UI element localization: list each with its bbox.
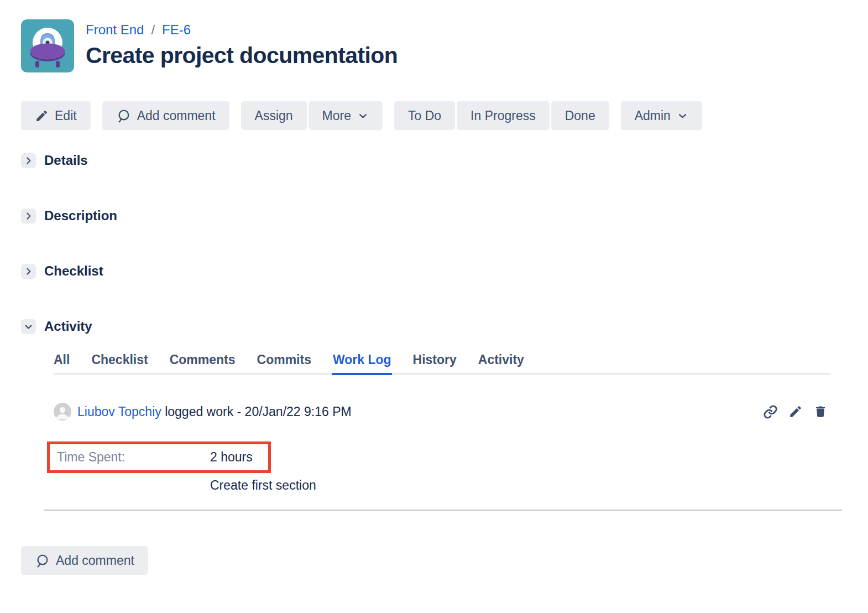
worklog-entry-header: Liubov Topchiy logged work - 20/Jan/22 9… [54, 403, 842, 420]
toolbar: Edit Add comment Assign More To Do In Pr… [21, 101, 868, 130]
breadcrumb: Front End / FE-6 [86, 22, 398, 38]
worklog-divider [44, 510, 842, 511]
breadcrumb-separator: / [151, 22, 155, 38]
in-progress-button[interactable]: In Progress [457, 101, 550, 130]
header-text: Front End / FE-6 Create project document… [86, 19, 398, 72]
done-button-label: Done [565, 108, 595, 123]
admin-dropdown-button[interactable]: Admin [621, 101, 702, 130]
admin-button-label: Admin [635, 108, 671, 123]
status-transition-group: To Do In Progress Done [394, 101, 609, 130]
edit-button[interactable]: Edit [21, 101, 91, 130]
assign-button-label: Assign [255, 108, 293, 123]
activity-section-label: Activity [44, 319, 92, 334]
description-section-label: Description [44, 208, 117, 224]
bottom-comment-area: Add comment [21, 546, 868, 575]
tab-checklist[interactable]: Checklist [91, 352, 148, 367]
add-comment-footer-label: Add comment [56, 553, 134, 568]
done-button[interactable]: Done [551, 101, 609, 130]
worklog-entry-summary: logged work - 20/Jan/22 9:16 PM [165, 404, 352, 419]
page-title: Create project documentation [86, 43, 398, 69]
to-do-button[interactable]: To Do [394, 101, 455, 130]
more-button-label: More [322, 108, 351, 123]
edit-button-label: Edit [55, 108, 77, 123]
chevron-down-icon [357, 110, 369, 122]
tab-all[interactable]: All [54, 352, 70, 367]
worklog-description: Create first section [210, 478, 842, 493]
project-avatar[interactable] [21, 19, 74, 72]
add-comment-button[interactable]: Add comment [102, 101, 229, 130]
issue-page: Front End / FE-6 Create project document… [0, 0, 868, 575]
activity-body: All Checklist Comments Commits Work Log … [44, 352, 842, 511]
chevron-right-icon [24, 156, 33, 165]
chevron-down-icon [24, 322, 33, 331]
add-comment-button-label: Add comment [137, 108, 216, 123]
activity-tabs: All Checklist Comments Commits Work Log … [54, 352, 830, 375]
assign-more-group: Assign More [241, 101, 383, 130]
assign-button[interactable]: Assign [241, 101, 307, 130]
delete-worklog-icon[interactable] [813, 404, 828, 419]
time-spent-value: 2 hours [210, 450, 253, 465]
alien-ufo-logo [21, 19, 74, 72]
section-description: Description [21, 207, 868, 224]
chevron-right-icon [24, 211, 33, 221]
activity-collapse-button[interactable] [21, 319, 36, 334]
tab-commits[interactable]: Commits [257, 352, 311, 367]
description-expand-button[interactable] [21, 209, 36, 224]
tab-work-log[interactable]: Work Log [333, 352, 391, 367]
pencil-icon [35, 109, 49, 123]
in-progress-button-label: In Progress [470, 108, 536, 123]
issue-header: Front End / FE-6 Create project document… [21, 19, 868, 72]
tab-history[interactable]: History [413, 352, 457, 367]
user-avatar-icon [54, 403, 71, 420]
tab-activity[interactable]: Activity [478, 352, 524, 367]
checklist-expand-button[interactable] [21, 264, 36, 279]
breadcrumb-project-link[interactable]: Front End [86, 22, 144, 38]
speech-bubble-icon [116, 108, 131, 123]
details-expand-button[interactable] [21, 153, 36, 168]
worklog-author-link[interactable]: Liubov Topchiy [77, 404, 161, 419]
details-section-label: Details [44, 153, 88, 168]
time-spent-highlight: Time Spent: 2 hours [47, 441, 271, 473]
section-activity: Activity [21, 318, 868, 335]
more-dropdown-button[interactable]: More [308, 101, 383, 130]
breadcrumb-issue-link[interactable]: FE-6 [162, 22, 191, 38]
worklog-entry-text: Liubov Topchiy logged work - 20/Jan/22 9… [77, 404, 352, 419]
time-spent-label: Time Spent: [57, 450, 210, 465]
edit-worklog-icon[interactable] [788, 404, 803, 419]
chevron-right-icon [24, 267, 33, 276]
permalink-icon[interactable] [763, 404, 778, 419]
tab-comments[interactable]: Comments [170, 352, 236, 367]
section-details: Details [21, 152, 868, 169]
worklog-actions [763, 404, 842, 419]
section-checklist: Checklist [21, 263, 868, 279]
speech-bubble-icon [35, 553, 50, 568]
checklist-section-label: Checklist [44, 263, 103, 279]
chevron-down-icon [677, 110, 688, 122]
to-do-button-label: To Do [408, 108, 441, 123]
add-comment-footer-button[interactable]: Add comment [21, 546, 148, 575]
issue-sections: Details Description Checklist Activity [21, 152, 868, 335]
